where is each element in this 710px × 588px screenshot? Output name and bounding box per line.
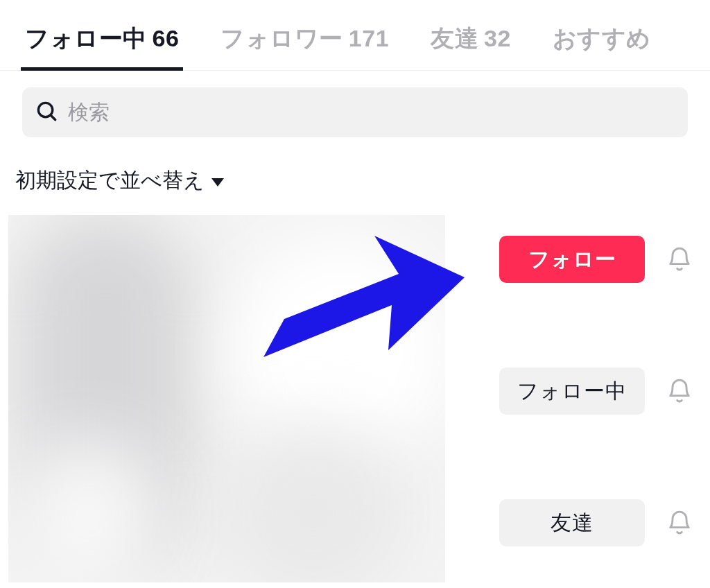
tab-followers[interactable]: フォロワー171 bbox=[216, 2, 393, 70]
search-icon bbox=[35, 99, 58, 126]
sort-dropdown[interactable]: 初期設定で並べ替え bbox=[0, 137, 224, 205]
blurred-user-list bbox=[8, 215, 445, 582]
sort-label: 初期設定で並べ替え bbox=[15, 166, 205, 195]
tab-following[interactable]: フォロー中66 bbox=[21, 2, 183, 70]
friends-button[interactable]: 友達 bbox=[499, 499, 645, 546]
search-wrap bbox=[0, 71, 710, 137]
bell-icon[interactable] bbox=[666, 509, 693, 537]
tab-friends-label: 友達 bbox=[431, 25, 478, 51]
following-button-label: フォロー中 bbox=[517, 377, 627, 406]
svg-line-1 bbox=[51, 115, 55, 120]
follow-button[interactable]: フォロー bbox=[499, 236, 645, 283]
tab-suggested-label: おすすめ bbox=[553, 25, 651, 51]
action-column: フォロー フォロー中 友達 bbox=[466, 236, 693, 546]
tab-suggested[interactable]: おすすめ bbox=[548, 2, 655, 70]
tab-following-count: 66 bbox=[147, 25, 180, 51]
tab-friends[interactable]: 友達32 bbox=[426, 2, 515, 70]
following-button[interactable]: フォロー中 bbox=[499, 368, 645, 415]
list-item: フォロー中 bbox=[466, 368, 693, 415]
follow-button-label: フォロー bbox=[528, 245, 616, 274]
chevron-down-icon bbox=[211, 178, 224, 187]
bell-icon[interactable] bbox=[666, 377, 693, 405]
tab-followers-count: 171 bbox=[343, 25, 389, 51]
tab-following-label: フォロー中 bbox=[25, 25, 147, 51]
list-item: フォロー bbox=[466, 236, 693, 283]
search-bar[interactable] bbox=[22, 87, 688, 137]
tab-friends-count: 32 bbox=[478, 25, 511, 51]
tab-followers-label: フォロワー bbox=[220, 25, 343, 51]
search-input[interactable] bbox=[68, 101, 675, 124]
friends-button-label: 友達 bbox=[551, 509, 594, 537]
bell-icon[interactable] bbox=[666, 245, 693, 273]
tabs: フォロー中66 フォロワー171 友達32 おすすめ bbox=[0, 0, 710, 71]
list-item: 友達 bbox=[466, 499, 693, 546]
